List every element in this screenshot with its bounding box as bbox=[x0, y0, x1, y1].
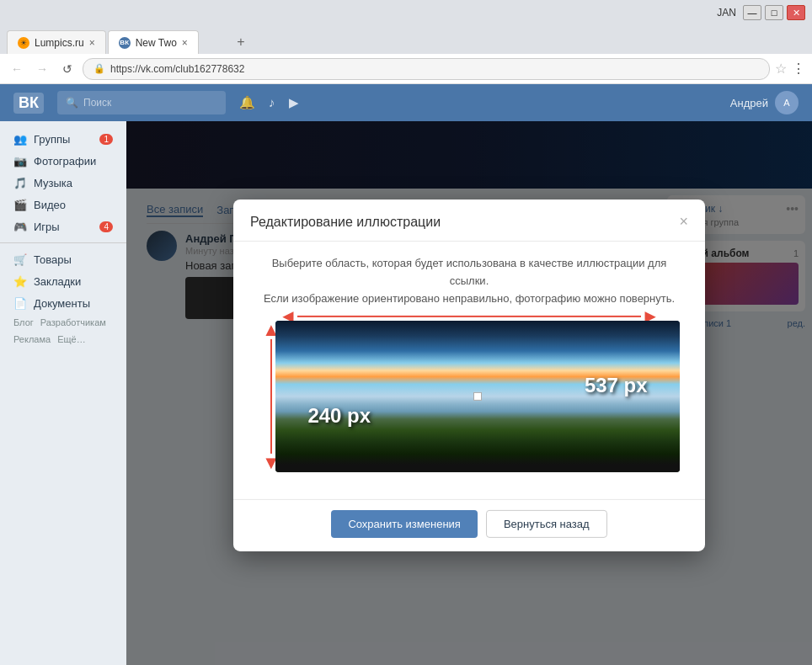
address-input[interactable]: 🔒 https://vk.com/club162778632 bbox=[83, 58, 770, 80]
sidebar-item-docs[interactable]: 📄 Документы bbox=[0, 292, 126, 314]
tab-newtwo[interactable]: ВК New Two × bbox=[108, 30, 199, 54]
crop-handle[interactable] bbox=[473, 392, 482, 401]
tab-close-lumpics[interactable]: × bbox=[89, 37, 95, 49]
modal-footer: Сохранить изменения Вернуться назад bbox=[233, 499, 705, 551]
more-link[interactable]: Ещё… bbox=[57, 334, 86, 344]
vertical-arrow-line bbox=[270, 339, 272, 454]
vk-main: Все записи Записи сообщества ↻ 🔍 bbox=[126, 121, 812, 665]
games-badge: 4 bbox=[99, 221, 113, 232]
modal-header: Редактирование иллюстрации × bbox=[233, 200, 705, 242]
back-button[interactable]: ← bbox=[7, 59, 27, 79]
games-label: Игры bbox=[34, 221, 60, 233]
music-label: Музыка bbox=[34, 177, 72, 189]
sidebar-divider bbox=[0, 242, 126, 243]
modal-body: Выберите область, которая будет использо… bbox=[233, 242, 705, 499]
tab-favicon-vk: ВК bbox=[119, 37, 131, 49]
save-changes-button[interactable]: Сохранить изменения bbox=[331, 510, 478, 538]
goods-icon: 🛒 bbox=[13, 253, 27, 266]
vk-sidebar: 👥 Группы 1 📷 Фотографии 🎵 Музыка 🎬 Видео… bbox=[0, 121, 126, 665]
games-icon: 🎮 bbox=[13, 220, 27, 233]
horizontal-arrow-line bbox=[297, 316, 641, 317]
vk-header: ВК 🔍 Поиск 🔔 ♪ ▶ Андрей А bbox=[0, 84, 812, 121]
height-dimension-label: 240 px bbox=[307, 404, 371, 428]
modal-title: Редактирование иллюстрации bbox=[250, 214, 441, 229]
width-dimension-label: 537 px bbox=[585, 374, 648, 397]
minimize-button[interactable]: — bbox=[743, 5, 761, 20]
sidebar-item-music[interactable]: 🎵 Музыка bbox=[0, 172, 126, 194]
title-bar-user: JAN bbox=[717, 7, 736, 19]
docs-label: Документы bbox=[34, 297, 90, 310]
tab-close-newtwo[interactable]: × bbox=[182, 37, 188, 49]
vk-header-right: Андрей А bbox=[730, 91, 799, 114]
sidebar-footer2: Реклама Ещё… bbox=[0, 331, 126, 348]
lock-icon: 🔒 bbox=[93, 63, 105, 74]
sidebar-item-bookmarks[interactable]: ⭐ Закладки bbox=[0, 270, 126, 292]
modal-description: Выберите область, которая будет использо… bbox=[254, 255, 685, 307]
browser-chrome: JAN — □ ✕ ☀ Lumpics.ru × ВК New Two × + … bbox=[0, 0, 812, 84]
sidebar-item-games[interactable]: 🎮 Игры 4 bbox=[0, 215, 126, 237]
bookmarks-label: Закладки bbox=[34, 275, 81, 288]
tab-empty[interactable] bbox=[200, 30, 227, 54]
modal-desc-line2: Если изображение ориентировано неправиль… bbox=[264, 291, 675, 304]
dev-link[interactable]: Разработчикам bbox=[40, 317, 106, 327]
search-icon: 🔍 bbox=[66, 97, 78, 109]
bookmarks-icon: ⭐ bbox=[13, 274, 27, 288]
sidebar-item-goods[interactable]: 🛒 Товары bbox=[0, 248, 126, 270]
ads-link[interactable]: Реклама bbox=[13, 334, 51, 344]
groups-label: Группы bbox=[34, 133, 70, 146]
vk-header-icons: 🔔 ♪ ▶ bbox=[239, 95, 299, 110]
music-icon[interactable]: ♪ bbox=[269, 95, 275, 110]
user-name: Андрей bbox=[730, 97, 768, 109]
bookmark-button[interactable]: ☆ bbox=[775, 61, 787, 77]
user-avatar[interactable]: А bbox=[775, 91, 799, 114]
sidebar-item-photos[interactable]: 📷 Фотографии bbox=[0, 150, 126, 172]
blog-link[interactable]: Блог bbox=[13, 317, 34, 327]
browser-menu-button[interactable]: ⋮ bbox=[792, 61, 805, 77]
groups-icon: 👥 bbox=[13, 132, 27, 146]
sidebar-item-groups[interactable]: 👥 Группы 1 bbox=[0, 128, 126, 150]
vk-page: ВК 🔍 Поиск 🔔 ♪ ▶ Андрей А 👥 Группы 1 📷 Ф… bbox=[0, 84, 812, 665]
photos-label: Фотографии bbox=[34, 155, 96, 168]
play-icon[interactable]: ▶ bbox=[289, 95, 299, 110]
music-sidebar-icon: 🎵 bbox=[13, 176, 27, 189]
edit-illustration-modal: Редактирование иллюстрации × Выберите об… bbox=[233, 200, 705, 551]
maximize-button[interactable]: □ bbox=[765, 5, 783, 20]
sidebar-footer: Блог Разработчикам bbox=[0, 314, 126, 331]
search-placeholder: Поиск bbox=[83, 97, 111, 109]
refresh-button[interactable]: ↺ bbox=[57, 59, 77, 79]
address-text: https://vk.com/club162778632 bbox=[110, 63, 244, 75]
vk-search[interactable]: 🔍 Поиск bbox=[57, 91, 226, 114]
modal-close-button[interactable]: × bbox=[679, 213, 688, 231]
photos-icon: 📷 bbox=[13, 154, 27, 168]
tab-lumpics[interactable]: ☀ Lumpics.ru × bbox=[7, 30, 106, 54]
notification-icon[interactable]: 🔔 bbox=[239, 95, 255, 110]
new-tab-button[interactable]: + bbox=[229, 30, 253, 54]
image-preview[interactable]: 537 px 240 px bbox=[275, 321, 680, 472]
close-button[interactable]: ✕ bbox=[787, 5, 805, 20]
back-button-modal[interactable]: Вернуться назад bbox=[486, 510, 607, 538]
video-label: Видео bbox=[34, 199, 66, 211]
tab-title-newtwo: New Two bbox=[136, 37, 177, 49]
sidebar-item-video[interactable]: 🎬 Видео bbox=[0, 194, 126, 215]
tab-favicon-lumpics: ☀ bbox=[18, 37, 29, 49]
tab-title-lumpics: Lumpics.ru bbox=[35, 37, 84, 49]
video-icon: 🎬 bbox=[13, 198, 27, 211]
vk-body: 👥 Группы 1 📷 Фотографии 🎵 Музыка 🎬 Видео… bbox=[0, 121, 812, 665]
modal-desc-line1: Выберите область, которая будет использо… bbox=[272, 257, 667, 287]
vk-logo: ВК bbox=[13, 93, 44, 114]
forward-button[interactable]: → bbox=[32, 59, 52, 79]
address-bar: ← → ↺ 🔒 https://vk.com/club162778632 ☆ ⋮ bbox=[0, 54, 812, 84]
docs-icon: 📄 bbox=[13, 296, 27, 310]
title-bar-controls: — □ ✕ bbox=[743, 5, 805, 20]
tabs-bar: ☀ Lumpics.ru × ВК New Two × + bbox=[0, 25, 812, 54]
groups-badge: 1 bbox=[99, 134, 113, 145]
goods-label: Товары bbox=[34, 253, 72, 266]
title-bar: JAN — □ ✕ bbox=[0, 0, 812, 25]
modal-image-container: ◄ ► ▲ ▼ bbox=[254, 321, 685, 472]
